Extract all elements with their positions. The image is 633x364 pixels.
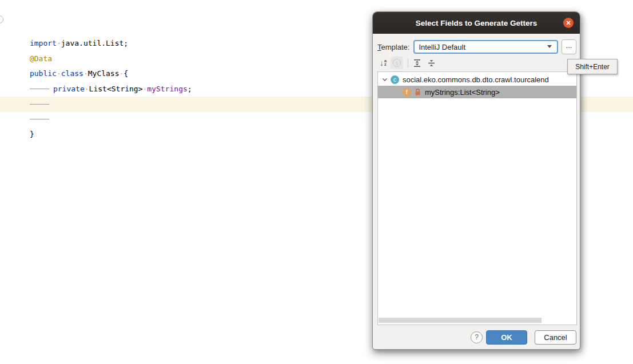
tab-whitespace — [30, 101, 53, 108]
code-class-name: MyClass — [88, 69, 120, 78]
code-semicolon: ; — [188, 85, 192, 93]
tree-toolbar: ↓ a z c — [380, 56, 580, 70]
shortcut-tooltip: Shift+Enter — [567, 59, 618, 74]
fields-tree: c social.eko.commons.db.dto.crawl.tourca… — [377, 71, 577, 325]
tab-whitespace — [30, 116, 53, 123]
cancel-button[interactable]: Cancel — [535, 330, 576, 345]
code-annotation: @Data — [30, 54, 52, 63]
class-row-label: social.eko.commons.db.dto.crawl.tourcale… — [403, 75, 549, 84]
template-row: Template: IntelliJ Default ... — [377, 39, 576, 54]
browse-label: ... — [566, 41, 572, 50]
expand-all-button[interactable] — [413, 59, 421, 67]
dialog-titlebar[interactable]: Select Fields to Generate Getters ✕ — [373, 12, 580, 34]
toolbar-separator — [408, 58, 408, 67]
help-icon: ? — [475, 333, 479, 341]
horizontal-scrollbar-thumb[interactable] — [379, 318, 542, 323]
circled-c-icon: c — [393, 59, 401, 67]
fold-marker-icon[interactable] — [0, 15, 3, 23]
collapse-all-button[interactable] — [427, 59, 436, 67]
cancel-label: Cancel — [544, 333, 567, 342]
tooltip-text: Shift+Enter — [575, 63, 610, 71]
browse-templates-button[interactable]: ... — [562, 39, 576, 54]
sort-letters: a z — [384, 59, 387, 67]
tab-whitespace — [30, 86, 53, 93]
generate-getters-dialog: Select Fields to Generate Getters ✕ Temp… — [372, 11, 580, 350]
template-combobox-value: IntelliJ Default — [419, 43, 465, 51]
code-type: List<String> — [89, 85, 143, 93]
tree-row-field-selected[interactable]: f myStrings:List<String> — [378, 86, 576, 98]
whitespace-dot: · — [83, 69, 88, 78]
code-brace: { — [124, 69, 128, 78]
code-text: java.util.List; — [61, 39, 128, 47]
tree-row-class[interactable]: c social.eko.commons.db.dto.crawl.tourca… — [378, 73, 576, 86]
whitespace-dot: · — [57, 69, 61, 78]
code-keyword: class — [61, 69, 83, 78]
sort-letter-z: z — [384, 63, 387, 67]
code-field-name: myStrings — [147, 85, 187, 93]
dialog-title: Select Fields to Generate Getters — [416, 19, 537, 27]
chevron-expanded-icon[interactable] — [381, 77, 389, 83]
show-classes-toggle-disabled[interactable]: c — [391, 57, 403, 69]
close-icon: ✕ — [566, 19, 571, 26]
code-keyword: import — [30, 39, 57, 47]
lock-icon — [415, 89, 421, 96]
close-button[interactable]: ✕ — [563, 18, 574, 28]
field-row-label: myStrings:List<String> — [425, 88, 500, 97]
template-label-rest: emplate: — [381, 43, 410, 51]
ok-label: OK — [501, 333, 512, 342]
template-combobox[interactable]: IntelliJ Default — [413, 40, 558, 54]
ok-button[interactable]: OK — [486, 330, 527, 345]
code-keyword: private — [53, 85, 85, 93]
help-button[interactable]: ? — [471, 331, 483, 343]
sort-alphabetically-button[interactable]: ↓ a z — [380, 59, 387, 67]
whitespace-dot: · — [57, 39, 61, 47]
field-icon: f — [403, 88, 411, 97]
class-icon: c — [391, 75, 399, 84]
code-brace: } — [30, 130, 34, 138]
code-keyword: public — [30, 69, 57, 78]
whitespace-dot: · — [85, 85, 89, 93]
template-label: Template: — [377, 43, 409, 51]
sort-arrow-icon: ↓ — [380, 59, 384, 67]
chevron-down-icon[interactable] — [547, 45, 552, 48]
